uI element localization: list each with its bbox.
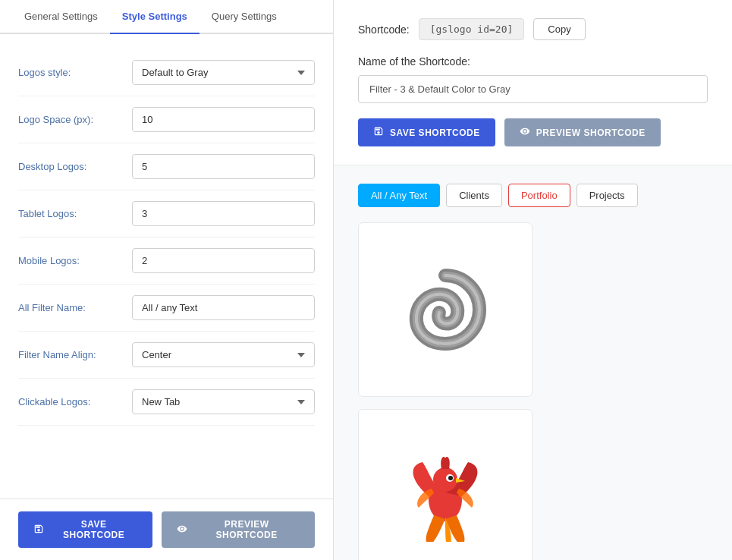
save-shortcode-button-right[interactable]: SAVE SHORTCODE <box>358 118 495 146</box>
save-icon <box>33 524 44 536</box>
svg-point-3 <box>448 476 453 480</box>
filter-tabs: All / Any Text Clients Portfolio Project… <box>358 184 708 207</box>
name-label: Name of the Shortcode: <box>358 55 708 68</box>
save-label-right: SAVE SHORTCODE <box>390 127 480 138</box>
all-filter-row: All Filter Name: <box>18 285 315 332</box>
filter-tab-portfolio[interactable]: Portfolio <box>508 184 570 207</box>
save-shortcode-button[interactable]: SAVE SHORTCODE <box>18 511 152 548</box>
bottom-buttons: SAVE SHORTCODE PREVIEW SHORTCODE <box>0 499 333 560</box>
shortcode-name-input[interactable] <box>358 75 708 103</box>
shortcode-value: [gslogo id=20] <box>419 18 525 40</box>
filter-tab-all[interactable]: All / Any Text <box>358 184 440 207</box>
preview-label-right: PREVIEW SHORTCODE <box>536 127 646 138</box>
tab-bar: General Settings Style Settings Query Se… <box>0 0 333 34</box>
copy-button[interactable]: Copy <box>533 18 585 40</box>
spiral-logo <box>400 264 491 355</box>
preview-shortcode-button-right[interactable]: PREVIEW SHORTCODE <box>504 118 661 146</box>
all-filter-input[interactable] <box>132 295 315 320</box>
desktop-logos-row: Desktop Logos: <box>18 143 315 190</box>
logo-card-1 <box>358 222 533 397</box>
logos-style-label: Logos style: <box>18 67 132 78</box>
shortcode-label: Shortcode: <box>358 24 410 36</box>
tab-general[interactable]: General Settings <box>12 0 110 34</box>
bird-logo <box>400 451 491 542</box>
preview-icon-left <box>177 524 187 536</box>
filter-align-row: Filter Name Align: Center Left Right <box>18 332 315 379</box>
action-buttons: SAVE SHORTCODE PREVIEW SHORTCODE <box>358 118 708 146</box>
tablet-logos-row: Tablet Logos: <box>18 190 315 238</box>
preview-shortcode-button-left[interactable]: PREVIEW SHORTCODE <box>162 511 315 548</box>
desktop-logos-label: Desktop Logos: <box>18 161 132 172</box>
filter-tab-clients[interactable]: Clients <box>446 184 502 207</box>
clickable-logos-row: Clickable Logos: New Tab Same Tab None <box>18 379 315 426</box>
mobile-logos-label: Mobile Logos: <box>18 255 132 266</box>
tablet-logos-input[interactable] <box>132 201 315 226</box>
preview-icon-right <box>520 126 530 139</box>
filter-align-label: Filter Name Align: <box>18 349 132 360</box>
mobile-logos-row: Mobile Logos: <box>18 238 315 285</box>
shortcode-section: Shortcode: [gslogo id=20] Copy Name of t… <box>334 0 732 165</box>
logos-style-select[interactable]: Default to Gray Color Grayscale <box>132 60 315 85</box>
save-button-label: SAVE SHORTCODE <box>50 519 137 540</box>
clickable-logos-label: Clickable Logos: <box>18 396 132 407</box>
tab-style[interactable]: Style Settings <box>110 0 199 34</box>
logo-space-input[interactable] <box>132 107 315 132</box>
mobile-logos-input[interactable] <box>132 248 315 273</box>
shortcode-row: Shortcode: [gslogo id=20] Copy <box>358 18 708 40</box>
preview-button-label-left: PREVIEW SHORTCODE <box>193 519 300 540</box>
left-panel: General Settings Style Settings Query Se… <box>0 0 334 560</box>
desktop-logos-input[interactable] <box>132 154 315 179</box>
logos-style-row: Logos style: Default to Gray Color Grays… <box>18 49 315 96</box>
all-filter-label: All Filter Name: <box>18 302 132 313</box>
tablet-logos-label: Tablet Logos: <box>18 208 132 219</box>
form-content: Logos style: Default to Gray Color Grays… <box>0 34 333 499</box>
preview-section: All / Any Text Clients Portfolio Project… <box>334 165 732 560</box>
filter-align-select[interactable]: Center Left Right <box>132 342 315 367</box>
clickable-logos-select[interactable]: New Tab Same Tab None <box>132 389 315 414</box>
tab-query[interactable]: Query Settings <box>199 0 289 34</box>
logo-space-label: Logo Space (px): <box>18 114 132 125</box>
svg-point-1 <box>433 467 457 492</box>
logo-card-2 <box>358 409 533 560</box>
logo-grid <box>358 222 708 560</box>
right-panel: Shortcode: [gslogo id=20] Copy Name of t… <box>334 0 732 560</box>
save-icon-right <box>373 126 384 139</box>
logo-space-row: Logo Space (px): <box>18 96 315 143</box>
filter-tab-projects[interactable]: Projects <box>576 184 638 207</box>
